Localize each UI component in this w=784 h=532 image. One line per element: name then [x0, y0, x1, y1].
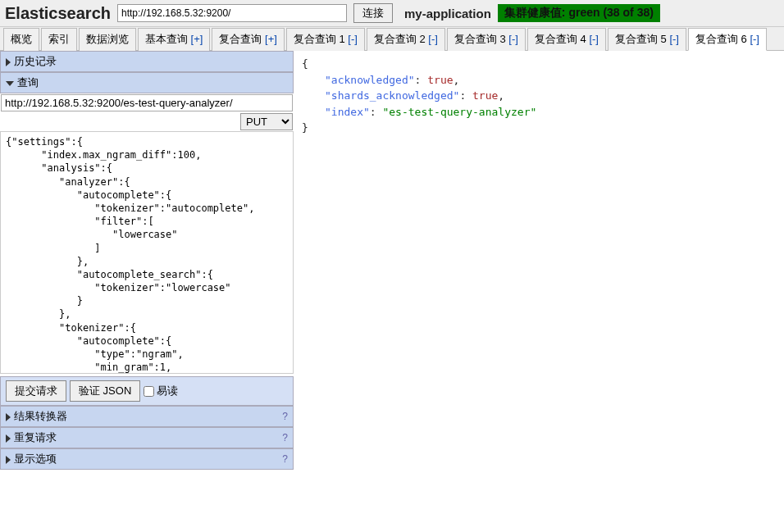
section-query-label: 查询 — [17, 76, 39, 89]
help-icon[interactable]: ? — [282, 411, 288, 422]
json-line: "acknowledged": true, — [302, 72, 776, 89]
tab[interactable]: 复合查询 1 [-] — [286, 28, 365, 51]
chevron-right-icon — [6, 456, 11, 464]
section-display-options[interactable]: 显示选项 ? — [0, 448, 294, 470]
help-icon[interactable]: ? — [282, 453, 288, 465]
pretty-checkbox-label[interactable]: 易读 — [144, 384, 178, 398]
health-status-badge: 集群健康值: green (38 of 38) — [498, 4, 660, 22]
query-url-input[interactable] — [1, 94, 293, 111]
pretty-checkbox[interactable] — [144, 386, 154, 397]
tab[interactable]: 复合查询 [+] — [212, 28, 284, 51]
validate-json-button[interactable]: 验证 JSON — [70, 380, 140, 402]
response-panel: { "acknowledged": true, "shards_acknowle… — [294, 51, 784, 470]
tab[interactable]: 基本查询 [+] — [138, 28, 210, 51]
cluster-url-input[interactable] — [117, 4, 347, 22]
section-result-transformer-label: 结果转换器 — [14, 410, 67, 422]
tab[interactable]: 概览 — [3, 28, 39, 51]
json-brace-close: } — [302, 120, 776, 136]
section-query[interactable]: 查询 — [0, 72, 294, 93]
tab[interactable]: 复合查询 2 [-] — [367, 28, 445, 51]
connect-button[interactable]: 连接 — [353, 3, 393, 23]
left-panel: 历史记录 查询 PUT 提交请求 验证 JSON 易读 — [0, 51, 294, 470]
header-bar: Elasticsearch 连接 my-application 集群健康值: g… — [0, 0, 784, 27]
section-history-label: 历史记录 — [14, 55, 57, 67]
action-row: 提交请求 验证 JSON 易读 — [0, 376, 294, 406]
chevron-right-icon — [6, 434, 11, 443]
section-history[interactable]: 历史记录 — [0, 51, 294, 72]
tab[interactable]: 复合查询 6 [-] — [688, 28, 767, 51]
section-repeat-request-label: 重复请求 — [14, 431, 57, 443]
help-icon[interactable]: ? — [282, 432, 288, 443]
main-container: 历史记录 查询 PUT 提交请求 验证 JSON 易读 — [0, 51, 784, 470]
tab[interactable]: 复合查询 4 [-] — [527, 28, 606, 51]
section-result-transformer[interactable]: 结果转换器 ? — [0, 406, 294, 427]
json-line: "index": "es-test-query-analyzer" — [302, 104, 776, 120]
query-body-textarea[interactable] — [0, 131, 294, 374]
query-form: PUT 提交请求 验证 JSON 易读 — [0, 93, 294, 406]
tab[interactable]: 复合查询 3 [-] — [447, 28, 526, 51]
json-line: "shards_acknowledged": true, — [302, 88, 776, 104]
section-display-options-label: 显示选项 — [14, 452, 57, 465]
pretty-label: 易读 — [157, 384, 178, 398]
section-repeat-request[interactable]: 重复请求 ? — [0, 427, 294, 448]
tab[interactable]: 数据浏览 — [79, 28, 136, 51]
submit-request-button[interactable]: 提交请求 — [6, 380, 66, 402]
json-brace-open: { — [302, 56, 776, 72]
http-method-select[interactable]: PUT — [240, 113, 293, 130]
tab[interactable]: 复合查询 5 [-] — [608, 28, 686, 51]
app-name-label: my-application — [404, 7, 491, 20]
chevron-right-icon — [6, 58, 11, 66]
chevron-down-icon — [6, 81, 14, 86]
tab[interactable]: 索引 — [41, 28, 77, 51]
chevron-right-icon — [6, 413, 11, 421]
logo: Elasticsearch — [5, 4, 111, 23]
tab-bar: 概览索引数据浏览基本查询 [+]复合查询 [+]复合查询 1 [-]复合查询 2… — [0, 27, 784, 51]
